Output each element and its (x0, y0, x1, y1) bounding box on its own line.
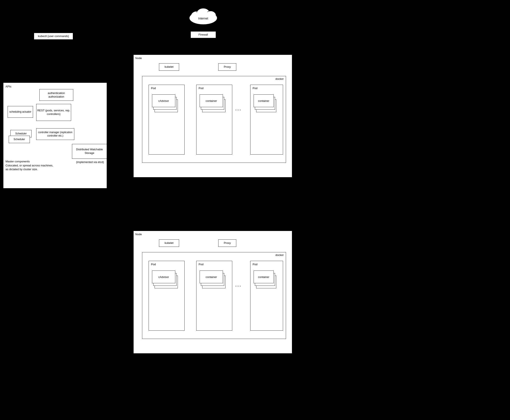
kubectl-label: kubectl (user commands) (38, 35, 69, 38)
node2-container2-label: container (206, 275, 217, 279)
scheduler1-label: Scheduler (14, 138, 25, 141)
node1-label: Node (135, 57, 142, 60)
apis-label: APIs (6, 85, 11, 88)
firewall-label: Firewall (199, 33, 208, 37)
etcd-label: (implemented via etcd) (68, 160, 112, 164)
node2-label: Node (135, 233, 142, 236)
node2-docker-label: docker (275, 253, 284, 256)
node1-proxy: Proxy (218, 63, 236, 71)
node1-docker-label: docker (275, 77, 284, 80)
node1-kubelet: kubelet (159, 63, 179, 71)
scheduling-label: scheduling actuator (9, 110, 31, 114)
rest-label: REST (pods, services, rep. controllers) (37, 109, 71, 116)
node2-cadvisor-label: cAdvisor (158, 275, 169, 279)
controller-box: controller manager (replication controll… (36, 128, 74, 140)
scheduler2-label: Scheduler (15, 132, 27, 135)
scheduling-box: scheduling actuator (8, 106, 33, 118)
auth-box: authentication authorization (39, 89, 73, 101)
node2-kubelet: kubelet (159, 240, 179, 247)
node2-pod3-label: Pod (253, 263, 257, 266)
node2-pod2-label: Pod (199, 263, 203, 266)
svg-text:Internet: Internet (198, 17, 208, 20)
node2-pod1-label: Pod (151, 263, 156, 266)
firewall-box: Firewall (191, 31, 216, 38)
node1-cadvisor-label: cAdvisor (158, 99, 169, 103)
auth-label: authentication authorization (40, 91, 73, 99)
kubectl-box: kubectl (user commands) (34, 33, 73, 40)
storage-box: Distributed Watchable Storage (72, 144, 107, 159)
node1-pod3-label: Pod (253, 87, 257, 90)
node2-dots: · · · (235, 284, 241, 289)
node1-container2-label: container (206, 99, 217, 103)
node1-pod2-label: Pod (199, 87, 203, 90)
master-components-label: Master componentsColocated, or spread ac… (6, 160, 53, 171)
node1-container3-label: container (258, 99, 269, 103)
controller-label: controller manager (replication controll… (37, 131, 74, 137)
node2-proxy: Proxy (218, 240, 236, 247)
master-box: APIs authentication authorization REST (… (3, 82, 107, 188)
rest-box: REST (pods, services, rep. controllers) (36, 104, 71, 121)
node1-box: Node kubelet Proxy docker Pod (133, 55, 292, 177)
node1-dots: · · · (235, 108, 241, 112)
node1-pod1-label: Pod (151, 87, 156, 90)
storage-label: Distributed Watchable Storage (72, 148, 107, 155)
internet-cloud: Internet (186, 2, 220, 25)
node2-container3-label: container (258, 275, 269, 279)
node2-box: Node kubelet Proxy docker Pod (133, 231, 292, 353)
